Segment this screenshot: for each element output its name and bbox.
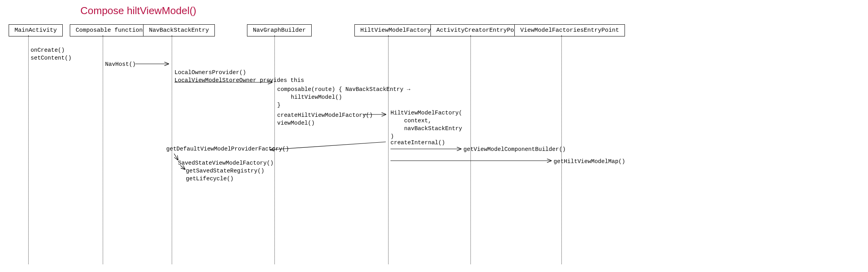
msg-composable-block: composable(route) { NavBackStackEntry → … xyxy=(277,85,410,109)
msg-navhost: NavHost() xyxy=(105,60,136,68)
msg-savedstatefactory: SavedStateViewModelFactory() xyxy=(178,159,274,167)
msg-localowners: LocalOwnersProvider() xyxy=(174,69,246,76)
sequence-diagram: Compose hiltViewModel() MainActivity Com… xyxy=(0,0,868,272)
msg-hiltctor: HiltViewModelFactory( context, navBackSt… xyxy=(390,109,462,140)
msg-getlifecycle: getLifecycle() xyxy=(186,175,234,183)
lifeline-viewmodelfactoriesentrypoint: ViewModelFactoriesEntryPoint xyxy=(514,24,625,36)
msg-createinternal: createInternal() xyxy=(390,139,445,147)
lifeline-mainactivity: MainActivity xyxy=(9,24,63,36)
msg-getsavedstatereg: getSavedStateRegistry() xyxy=(186,167,264,175)
lifeline-dash-main xyxy=(28,35,29,264)
msg-getdefaultfactory: getDefaultViewModelProviderFactory() xyxy=(166,145,289,153)
msg-oncreate: onCreate() xyxy=(31,46,65,54)
lifeline-navbackstackentry: NavBackStackEntry xyxy=(143,24,215,36)
msg-localvmstore: LocalViewModelStoreOwner provides this xyxy=(174,76,304,84)
msg-createhiltfactory: createHiltViewModelFactory() xyxy=(277,111,373,119)
msg-getvmcompbuilder: getViewModelComponentBuilder() xyxy=(463,145,566,153)
lifeline-navgraphbuilder: NavGraphBuilder xyxy=(247,24,312,36)
diagram-title: Compose hiltViewModel() xyxy=(80,5,196,17)
svg-line-6 xyxy=(174,154,178,160)
lifeline-composable-functions: Composable functions xyxy=(70,24,152,36)
msg-setcontent: setContent() xyxy=(31,54,71,62)
msg-gethiltvmmap: getHiltViewModelMap() xyxy=(554,158,625,165)
lifeline-dash-composable xyxy=(103,35,103,264)
msg-viewmodel: viewModel() xyxy=(277,119,315,127)
lifeline-hiltviewmodelfactory: HiltViewModelFactory xyxy=(354,24,437,36)
lifeline-dash-hiltvm xyxy=(388,35,389,264)
